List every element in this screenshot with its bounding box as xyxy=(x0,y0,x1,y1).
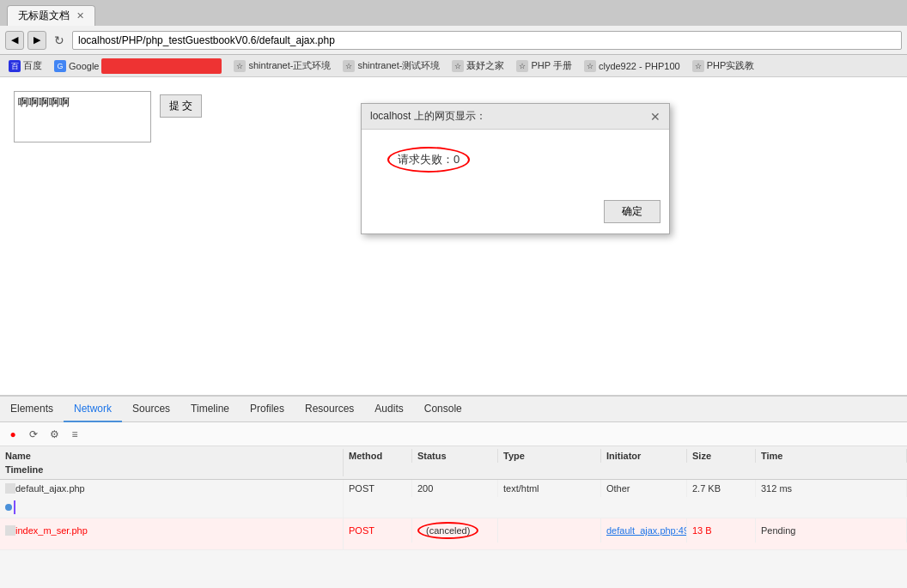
row2-initiator[interactable]: default_ajax.php:49 xyxy=(601,518,687,543)
row2-status: (canceled) xyxy=(412,518,498,543)
filter-button[interactable]: ⚙ xyxy=(46,427,62,442)
row1-method: POST xyxy=(344,480,412,497)
submit-button[interactable]: 提 交 xyxy=(160,94,202,118)
col-name: Name xyxy=(0,449,344,463)
reload-button[interactable]: ↻ xyxy=(50,31,69,50)
bookmark-bar-decoration xyxy=(101,58,222,74)
baidu-icon: 百 xyxy=(9,60,21,72)
clear-button[interactable]: ⟳ xyxy=(26,427,41,442)
bookmark-google-label: Google xyxy=(69,61,99,71)
star-icon-4: ☆ xyxy=(516,60,528,72)
modal-footer: 确定 xyxy=(362,200,669,233)
modal-message-text: 请求失败：0 xyxy=(387,147,470,173)
modal-dialog: localhost 上的网页显示： ✕ 请求失败：0 确定 xyxy=(361,103,670,234)
file-icon-2 xyxy=(5,525,15,536)
row2-type xyxy=(498,518,601,543)
page-content: 啊啊啊啊啊 提 交 localhost 上的网页显示： ✕ 请求失败：0 确定 xyxy=(0,77,907,395)
star-icon-6: ☆ xyxy=(692,60,704,72)
star-icon-3: ☆ xyxy=(452,60,464,72)
message-textarea[interactable]: 啊啊啊啊啊 xyxy=(14,91,151,142)
canceled-badge: (canceled) xyxy=(417,522,478,539)
devtools-tab-timeline[interactable]: Timeline xyxy=(180,397,240,422)
devtools-panel: Elements Network Sources Timeline Profil… xyxy=(0,395,907,588)
row1-size: 2.7 KB xyxy=(687,480,756,497)
bookmark-shintranet-test[interactable]: ☆ shintranet-测试环境 xyxy=(339,58,443,74)
bookmark-baidu-label: 百度 xyxy=(23,59,42,72)
bookmark-php-practice[interactable]: ☆ PHP实践教 xyxy=(689,58,758,74)
record-button[interactable]: ● xyxy=(5,427,21,442)
table-row[interactable]: default_ajax.php POST 200 text/html Othe… xyxy=(0,480,907,518)
bookmark-php-manual-label: PHP 手册 xyxy=(531,59,571,72)
col-type: Type xyxy=(498,449,601,463)
devtools-tab-console[interactable]: Console xyxy=(414,397,472,422)
bookmark-shintranet-prod-label: shintranet-正式环境 xyxy=(248,59,331,72)
devtools-tab-resources[interactable]: Resources xyxy=(295,397,364,422)
modal-body: 请求失败：0 xyxy=(362,130,669,200)
devtools-table-header: Name Method Status Type Initiator Size T… xyxy=(0,446,907,480)
star-icon-5: ☆ xyxy=(584,60,596,72)
timeline-bar xyxy=(14,500,15,514)
row1-name: default_ajax.php xyxy=(0,480,344,497)
bookmark-clyde922[interactable]: ☆ clyde922 - PHP100 xyxy=(581,58,684,74)
tab-close-icon[interactable]: ✕ xyxy=(76,10,84,21)
bookmark-neiyu[interactable]: ☆ 聂妤之家 xyxy=(448,58,508,74)
devtools-tab-network[interactable]: Network xyxy=(64,397,122,422)
row1-status: 200 xyxy=(412,480,498,497)
devtools-tab-sources[interactable]: Sources xyxy=(122,397,180,422)
bookmark-google[interactable]: G Google xyxy=(51,57,225,76)
star-icon: ☆ xyxy=(234,60,246,72)
col-method: Method xyxy=(344,449,412,463)
row1-initiator: Other xyxy=(601,480,687,497)
bookmark-shintranet-test-label: shintranet-测试环境 xyxy=(357,59,440,72)
row2-size: 13 B xyxy=(687,518,756,543)
col-timeline: Timeline xyxy=(0,463,344,476)
star-icon-2: ☆ xyxy=(343,60,355,72)
row2-name: index_m_ser.php xyxy=(0,518,344,543)
row2-timeline xyxy=(0,543,344,549)
timeline-dot xyxy=(5,504,12,511)
devtools-tab-bar: Elements Network Sources Timeline Profil… xyxy=(0,397,907,422)
bookmark-clyde922-label: clyde922 - PHP100 xyxy=(599,61,680,71)
modal-close-button[interactable]: ✕ xyxy=(650,110,660,124)
row2-method: POST xyxy=(344,518,412,543)
bookmark-neiyu-label: 聂妤之家 xyxy=(466,59,504,72)
address-bar[interactable] xyxy=(72,31,902,50)
devtools-tab-audits[interactable]: Audits xyxy=(364,397,413,422)
bookmark-php-practice-label: PHP实践教 xyxy=(707,59,755,72)
row1-type: text/html xyxy=(498,480,601,497)
bookmark-baidu[interactable]: 百 百度 xyxy=(5,58,46,74)
modal-header: localhost 上的网页显示： ✕ xyxy=(362,104,669,130)
tab-title: 无标题文档 xyxy=(18,9,70,23)
col-time: Time xyxy=(756,449,907,463)
options-button[interactable]: ≡ xyxy=(67,427,82,442)
row1-time: 312 ms xyxy=(756,480,907,497)
back-button[interactable]: ◀ xyxy=(5,31,24,50)
file-icon xyxy=(5,483,15,494)
browser-tab[interactable]: 无标题文档 ✕ xyxy=(7,5,95,26)
row2-time: Pending xyxy=(756,518,907,543)
devtools-tab-elements[interactable]: Elements xyxy=(0,397,64,422)
col-size: Size xyxy=(687,449,756,463)
table-row[interactable]: index_m_ser.php POST (canceled) default_… xyxy=(0,518,907,550)
google-icon: G xyxy=(54,60,66,72)
bookmark-shintranet-prod[interactable]: ☆ shintranet-正式环境 xyxy=(230,58,334,74)
modal-ok-button[interactable]: 确定 xyxy=(604,200,660,223)
devtools-tab-profiles[interactable]: Profiles xyxy=(240,397,295,422)
devtools-sub-toolbar: ● ⟳ ⚙ ≡ xyxy=(0,422,907,446)
modal-title: localhost 上的网页显示： xyxy=(370,109,486,124)
bookmark-php-manual[interactable]: ☆ PHP 手册 xyxy=(513,58,575,74)
modal-message: 请求失败：0 xyxy=(387,147,643,173)
row1-timeline xyxy=(0,497,344,518)
col-initiator: Initiator xyxy=(601,449,687,463)
col-status: Status xyxy=(412,449,498,463)
forward-button[interactable]: ▶ xyxy=(27,31,46,50)
